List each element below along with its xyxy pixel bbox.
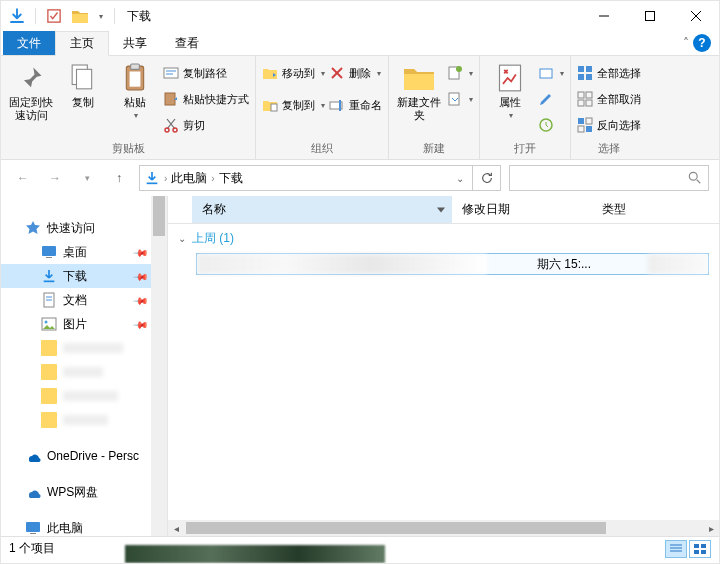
move-to-button[interactable]: 移动到▾ — [262, 62, 325, 84]
close-button[interactable] — [673, 1, 719, 31]
qat-dropdown-icon[interactable]: ▾ — [94, 4, 108, 28]
group-label-select: 选择 — [598, 138, 620, 159]
invert-selection-button[interactable]: 反向选择 — [577, 114, 641, 136]
svg-rect-33 — [578, 118, 584, 124]
nav-onedrive[interactable]: OneDrive - Persc — [1, 444, 167, 468]
svg-rect-46 — [26, 522, 40, 532]
tab-view[interactable]: 查看 — [161, 31, 213, 55]
ribbon-collapse-icon[interactable]: ˄ — [683, 36, 689, 50]
nav-quick-access[interactable]: 快速访问 — [1, 216, 167, 240]
breadcrumb-root[interactable]: 此电脑 — [171, 170, 207, 187]
svg-rect-28 — [586, 74, 592, 80]
copy-to-button[interactable]: 复制到▾ — [262, 94, 325, 116]
search-icon — [688, 171, 702, 185]
svg-rect-27 — [578, 74, 584, 80]
pin-to-quick-access-button[interactable]: 固定到快速访问 — [7, 62, 55, 122]
file-row[interactable]: 期六 15:... — [196, 253, 709, 275]
new-folder-button[interactable]: 新建文件夹 — [395, 62, 443, 122]
nav-wps[interactable]: WPS网盘 — [1, 480, 167, 504]
minimize-button[interactable] — [581, 1, 627, 31]
edit-button[interactable] — [538, 88, 564, 110]
group-label-organize: 组织 — [311, 138, 333, 159]
svg-rect-6 — [77, 69, 92, 89]
nav-this-pc[interactable]: 此电脑 — [1, 516, 167, 536]
properties-button[interactable]: 属性 ▾ — [486, 62, 534, 121]
nav-up-button[interactable]: ↑ — [107, 166, 131, 190]
nav-scrollbar[interactable] — [151, 196, 167, 536]
column-header-type[interactable]: 类型 — [592, 196, 719, 223]
ribbon: 固定到快速访问 复制 粘贴 ▾ 复制路径 粘贴快捷方式 — [1, 56, 719, 160]
group-label-new: 新建 — [423, 138, 445, 159]
tab-home[interactable]: 主页 — [55, 31, 109, 56]
help-icon[interactable]: ? — [693, 34, 711, 52]
view-icons-button[interactable] — [689, 540, 711, 558]
qat-properties-icon[interactable] — [42, 4, 66, 28]
nav-downloads[interactable]: 下载📌 — [1, 264, 167, 288]
nav-forward-button[interactable]: → — [43, 166, 67, 190]
view-details-button[interactable] — [665, 540, 687, 558]
rename-button[interactable]: 重命名 — [329, 94, 382, 116]
background-image-strip — [125, 545, 385, 563]
history-button[interactable] — [538, 114, 564, 136]
cut-button[interactable]: 剪切 — [163, 114, 249, 136]
svg-rect-40 — [46, 257, 52, 258]
paste-button[interactable]: 粘贴 ▾ — [111, 62, 159, 121]
column-header-date[interactable]: 修改日期 — [452, 196, 592, 223]
delete-button[interactable]: 删除▾ — [329, 62, 382, 84]
svg-rect-54 — [701, 550, 706, 554]
copy-path-button[interactable]: 复制路径 — [163, 62, 249, 84]
maximize-button[interactable] — [627, 1, 673, 31]
open-button[interactable]: ▾ — [538, 62, 564, 84]
address-dropdown-icon[interactable]: ⌄ — [452, 173, 468, 184]
svg-rect-34 — [586, 118, 592, 124]
tab-share[interactable]: 共享 — [109, 31, 161, 55]
new-item-button[interactable]: ▾ — [447, 62, 473, 84]
nav-desktop[interactable]: 桌面📌 — [1, 240, 167, 264]
qat-folder-icon[interactable] — [68, 4, 92, 28]
breadcrumb-folder[interactable]: 下载 — [219, 170, 243, 187]
address-row: ← → ▾ ↑ › 此电脑 › 下载 ⌄ — [1, 160, 719, 196]
svg-rect-47 — [30, 533, 36, 534]
refresh-button[interactable] — [473, 165, 501, 191]
nav-folder-1[interactable] — [1, 336, 167, 360]
column-header-name[interactable]: 名称 — [192, 196, 452, 223]
status-text: 1 个项目 — [9, 540, 55, 557]
svg-rect-32 — [586, 100, 592, 106]
ribbon-group-open: 属性 ▾ ▾ 打开 — [480, 56, 571, 159]
ribbon-group-organize: 移动到▾ 复制到▾ 删除▾ 重命名 组织 — [256, 56, 389, 159]
svg-rect-25 — [578, 66, 584, 72]
nav-folder-4[interactable] — [1, 408, 167, 432]
file-list: 名称 修改日期 类型 ⌄ 上周 (1) 期六 15:... ◂▸ — [167, 196, 719, 536]
address-bar[interactable]: › 此电脑 › 下载 ⌄ — [139, 165, 473, 191]
group-label-clipboard: 剪贴板 — [112, 138, 145, 159]
search-input[interactable] — [509, 165, 709, 191]
select-none-button[interactable]: 全部取消 — [577, 88, 641, 110]
nav-back-button[interactable]: ← — [11, 166, 35, 190]
nav-documents[interactable]: 文档📌 — [1, 288, 167, 312]
svg-rect-35 — [578, 126, 584, 132]
nav-recent-dropdown[interactable]: ▾ — [75, 166, 99, 190]
easy-access-button[interactable]: ▾ — [447, 88, 473, 110]
ribbon-tabs: 文件 主页 共享 查看 ˄ ? — [1, 31, 719, 56]
svg-line-38 — [697, 180, 701, 184]
tab-file[interactable]: 文件 — [3, 31, 55, 55]
nav-folder-2[interactable] — [1, 360, 167, 384]
title-bar: ▾ 下载 — [1, 1, 719, 31]
svg-rect-8 — [131, 64, 140, 69]
nav-folder-3[interactable] — [1, 384, 167, 408]
svg-point-13 — [173, 128, 177, 132]
group-header[interactable]: ⌄ 上周 (1) — [168, 224, 719, 253]
select-all-button[interactable]: 全部选择 — [577, 62, 641, 84]
svg-rect-11 — [165, 93, 175, 105]
nav-pictures[interactable]: 图片📌 — [1, 312, 167, 336]
window-title: 下载 — [127, 8, 151, 25]
svg-rect-14 — [271, 104, 277, 111]
copy-button[interactable]: 复制 — [59, 62, 107, 109]
svg-point-12 — [165, 128, 169, 132]
svg-rect-29 — [578, 92, 584, 98]
content-scrollbar[interactable]: ◂▸ — [168, 520, 719, 536]
svg-rect-31 — [578, 100, 584, 106]
qat-down-arrow-icon[interactable] — [5, 4, 29, 28]
paste-shortcut-button[interactable]: 粘贴快捷方式 — [163, 88, 249, 110]
navigation-pane: 快速访问 桌面📌 下载📌 文档📌 图片📌 OneDrive - Persc — [1, 196, 167, 536]
